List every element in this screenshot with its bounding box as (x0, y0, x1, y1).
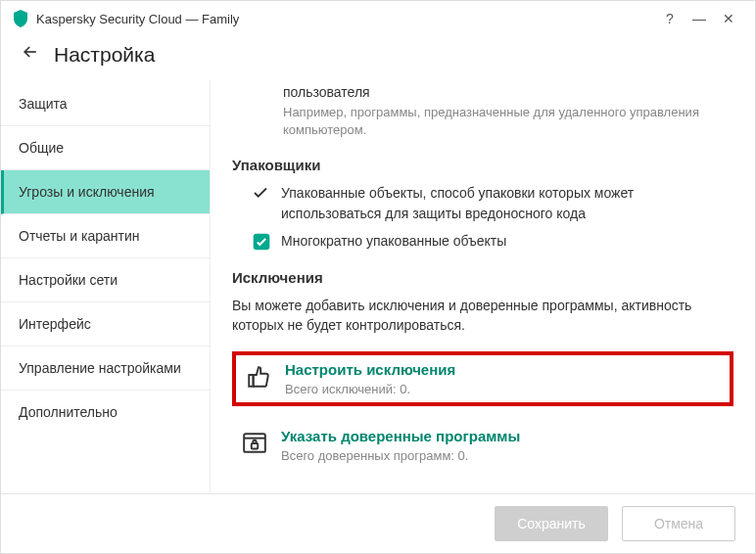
window-lock-icon (242, 430, 267, 455)
close-button[interactable]: ✕ (714, 11, 743, 26)
footer: Сохранить Отмена (1, 493, 755, 553)
sidebar-item-threats-exclusions[interactable]: Угрозы и исключения (1, 170, 210, 214)
trusted-programs-link[interactable]: Указать доверенные программы (281, 428, 520, 444)
sidebar-item-label: Отчеты и карантин (19, 228, 139, 244)
save-button-label: Сохранить (517, 516, 586, 531)
packer2-label: Многократно упакованные объекты (281, 231, 506, 251)
user-label: пользователя (283, 84, 733, 100)
packer-row-2[interactable]: Многократно упакованные объекты (252, 231, 733, 252)
sidebar-item-label: Управление настройками (19, 360, 181, 376)
sidebar-item-label: Интерфейс (19, 316, 91, 332)
packer-row-1[interactable]: Упакованные объекты, способ упаковки кот… (252, 183, 733, 223)
cancel-button-label: Отмена (654, 516, 703, 531)
checkbox-checked-icon (252, 232, 271, 252)
packers-section-title: Упаковщики (232, 157, 733, 173)
sidebar-item-label: Настройки сети (19, 272, 118, 288)
user-hint: Например, программы, предназначенные для… (283, 104, 733, 139)
sidebar-item-additional[interactable]: Дополнительно (1, 391, 210, 434)
sidebar-item-interface[interactable]: Интерфейс (1, 302, 210, 346)
titlebar: Kaspersky Security Cloud — Family ? — ✕ (1, 1, 755, 36)
packer1-label: Упакованные объекты, способ упаковки кот… (281, 183, 733, 223)
cancel-button[interactable]: Отмена (622, 506, 735, 541)
sidebar-item-manage-settings[interactable]: Управление настройками (1, 346, 210, 391)
back-button[interactable] (21, 42, 48, 67)
app-title: Kaspersky Security Cloud — Family (36, 12, 239, 26)
exclusions-desc: Вы можете добавить исключения и доверенн… (232, 296, 733, 336)
sidebar-item-reports-quarantine[interactable]: Отчеты и карантин (1, 214, 210, 258)
page-title: Настройка (54, 43, 155, 67)
sidebar-item-network[interactable]: Настройки сети (1, 258, 210, 302)
configure-exclusions-count: Всего исключений: 0. (285, 382, 455, 396)
exclusions-section-title: Исключения (232, 269, 733, 286)
minimize-button[interactable]: — (685, 11, 714, 26)
configure-exclusions-row[interactable]: Настроить исключения Всего исключений: 0… (232, 351, 733, 406)
checkmark-icon (252, 184, 271, 204)
sidebar-item-protection[interactable]: Защита (1, 82, 210, 126)
help-button[interactable]: ? (655, 11, 685, 26)
trusted-programs-count: Всего доверенных программ: 0. (281, 448, 520, 463)
sidebar-item-label: Общие (19, 140, 64, 156)
sidebar-item-label: Защита (19, 96, 68, 112)
sidebar-item-general[interactable]: Общие (1, 126, 210, 170)
save-button[interactable]: Сохранить (495, 506, 608, 541)
sidebar-item-label: Дополнительно (19, 404, 118, 420)
svg-rect-2 (252, 443, 259, 448)
sidebar-item-label: Угрозы и исключения (19, 184, 155, 200)
app-logo-icon (13, 10, 28, 27)
sidebar: Защита Общие Угрозы и исключения Отчеты … (1, 80, 211, 493)
header: Настройка (1, 36, 755, 80)
configure-exclusions-link[interactable]: Настроить исключения (285, 361, 455, 378)
thumbs-up-icon (246, 363, 271, 389)
content-pane: пользователя Например, программы, предна… (211, 80, 755, 493)
trusted-programs-row[interactable]: Указать доверенные программы Всего довер… (232, 422, 733, 469)
